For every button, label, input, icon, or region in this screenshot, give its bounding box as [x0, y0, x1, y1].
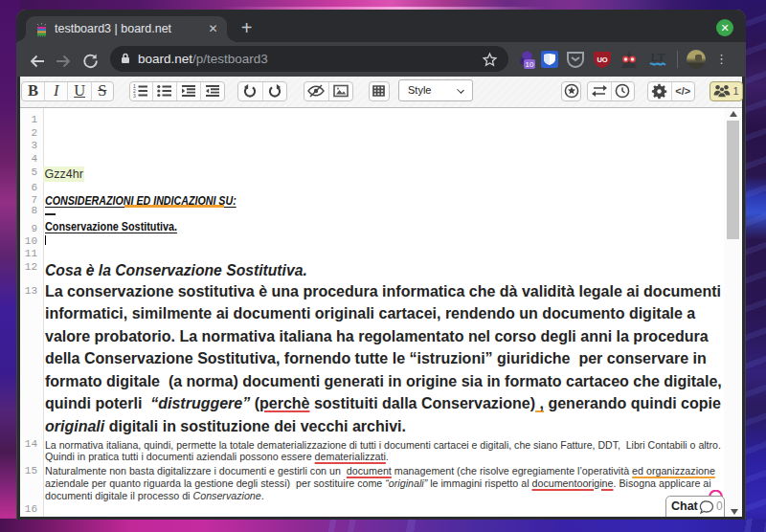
svg-text:10: 10	[526, 60, 534, 69]
svg-text:3: 3	[133, 93, 136, 98]
svg-text:LT: LT	[651, 51, 665, 64]
svg-text:UO: UO	[597, 55, 607, 64]
